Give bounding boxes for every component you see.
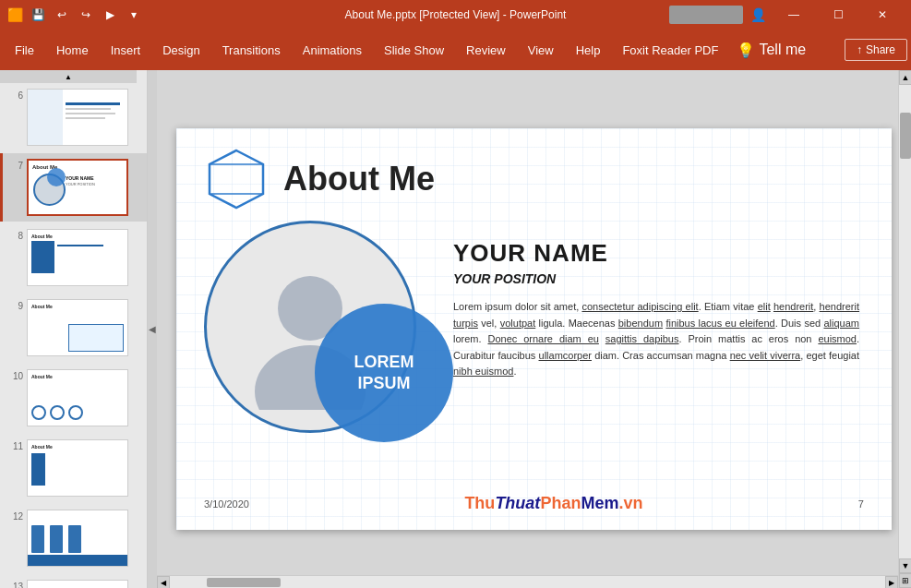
logo-mem: Mem [581,494,618,512]
title-bar-left: 🟧 💾 ↩ ↪ ▶ ▾ [7,5,144,25]
undo-button[interactable]: ↩ [52,5,72,25]
lightbulb-icon: 💡 [737,42,755,59]
slide-num-6: 6 [6,90,23,101]
title-bar: 🟧 💾 ↩ ↪ ▶ ▾ About Me.pptx [Protected Vie… [0,0,911,30]
scroll-thumb-h[interactable] [207,578,281,587]
menu-slideshow[interactable]: Slide Show [373,36,455,65]
slide-thumb-10[interactable]: 10 About Me [0,364,147,432]
footer-date: 3/10/2020 [204,498,249,510]
slide-thumb-6[interactable]: 6 About Me [0,83,147,151]
menu-design[interactable]: Design [151,36,210,65]
scroll-right-button[interactable]: ▶ [885,576,898,588]
slide-img-9: About Me [27,299,128,356]
share-icon: ↑ [857,43,862,56]
present-button[interactable]: ▶ [100,5,120,25]
logo-thuat: Thuat [495,494,540,512]
menu-view[interactable]: View [517,36,565,65]
tell-me-label[interactable]: Tell me [759,42,806,58]
menu-foxit[interactable]: Foxit Reader PDF [611,36,729,65]
footer-logo: ThuThuatPhanMem.vn [464,494,642,513]
user-avatar-icon: 👤 [750,7,765,22]
slide-img-10: About Me [27,369,128,426]
menu-home[interactable]: Home [45,36,100,65]
slide-footer: 3/10/2020 ThuThuatPhanMem.vn 7 [204,494,864,513]
content-area: ▲ ▼ ⊞ About Me [157,70,911,588]
right-content: YOUR NAME YOUR POSITION Lorem ipsum dolo… [453,239,859,380]
menu-insert[interactable]: Insert [100,36,152,65]
panel-collapse-handle[interactable]: ◀ [148,70,157,588]
lorem-text-line2: IPSUM [357,373,410,394]
quick-access-toolbar: 💾 ↩ ↪ ▶ ▾ [28,5,144,25]
menu-file[interactable]: File [4,36,45,65]
slide-num-11: 11 [6,441,23,451]
tell-me-area: 💡 Tell me [737,42,806,59]
slide-num-8: 8 [6,231,23,241]
close-button[interactable]: ✕ [861,0,904,30]
svg-marker-0 [210,150,263,208]
slide-thumb-11[interactable]: 11 About Me [0,434,147,502]
logo-vn: .vn [618,494,642,512]
slide-img-7: About Me YOUR NAME YOUR POSITION [27,159,128,216]
app-icon: 🟧 [7,7,22,22]
slide-title: About Me [283,160,435,198]
slide-thumb-7[interactable]: 7 About Me YOUR NAME YOUR POSITION [0,153,147,222]
menu-bar: File Home Insert Design Transitions Anim… [0,30,911,70]
your-name: YOUR NAME [453,239,859,268]
scroll-up-button[interactable]: ▲ [899,70,911,85]
lorem-ipsum-circle: LOREM IPSUM [315,304,453,442]
slide-title-area: About Me [204,147,435,211]
slide-img-6: About Me [27,89,128,146]
slide-img-13: ✦ Thank You [27,580,128,588]
dropdown-button[interactable]: ▾ [124,5,144,25]
slide-img-12 [27,510,128,567]
vertical-scrollbar[interactable]: ▲ ▼ ⊞ [898,70,911,588]
minimize-button[interactable]: — [773,0,815,30]
lorem-text-line1: LOREM [354,352,414,373]
main-layout: ▲ 6 About Me 7 About Me [0,70,911,588]
slide-canvas: About Me LOREM IPSUM YOU [176,128,892,530]
menu-animations[interactable]: Animations [292,36,373,65]
menu-review[interactable]: Review [455,36,517,65]
save-button[interactable]: 💾 [28,5,48,25]
slide-thumb-13[interactable]: 13 ✦ Thank You [0,574,147,588]
logo-thu: Thu [464,494,495,512]
menu-transitions[interactable]: Transitions [211,36,292,65]
slide-num-9: 9 [6,301,23,311]
title-bar-right: 👤 — ☐ ✕ [669,0,904,30]
slide-num-7: 7 [6,161,23,171]
hexagon-icon [204,147,269,211]
slide-thumb-9[interactable]: 9 About Me [0,294,147,362]
slide-panel[interactable]: ▲ 6 About Me 7 About Me [0,70,148,588]
share-button[interactable]: ↑ Share [845,39,907,61]
menu-help[interactable]: Help [565,36,612,65]
slide-thumb-12[interactable]: 12 [0,504,147,572]
scroll-track-v [899,85,911,558]
redo-button[interactable]: ↪ [76,5,96,25]
window-title: About Me.pptx [Protected View] - PowerPo… [345,8,567,21]
scroll-down-button[interactable]: ▼ [899,558,911,573]
footer-page: 7 [858,498,864,510]
body-text: Lorem ipsum dolor sit amet, consectetur … [453,299,859,380]
slide-img-8: About Me [27,229,128,286]
scroll-left-button[interactable]: ◀ [157,576,170,588]
scroll-thumb-v[interactable] [900,113,911,159]
scroll-expand-button[interactable]: ⊞ [899,573,911,588]
slide-img-11: About Me [27,439,128,497]
user-avatar-placeholder [669,6,743,24]
slide-num-13: 13 [6,582,23,588]
profile-area: LOREM IPSUM [204,221,416,433]
panel-scroll-up[interactable]: ▲ [0,70,137,83]
your-position: YOUR POSITION [453,271,859,286]
window-controls: — ☐ ✕ [773,0,904,30]
slide-num-10: 10 [6,371,23,381]
slide-num-12: 12 [6,511,23,522]
logo-phan: Phan [540,494,581,512]
horizontal-scrollbar[interactable]: ◀ ▶ [157,575,898,588]
slide-thumb-8[interactable]: 8 About Me [0,223,147,292]
restore-button[interactable]: ☐ [817,0,859,30]
scroll-track-h [170,576,885,588]
